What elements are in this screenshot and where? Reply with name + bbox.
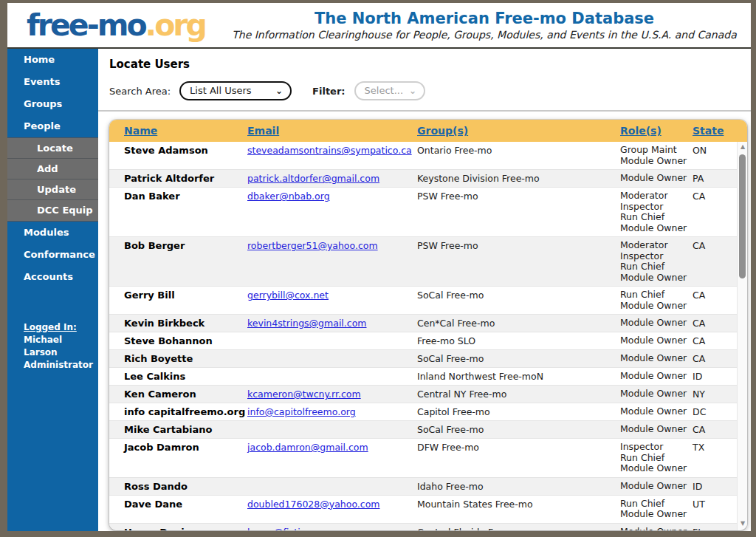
user-group: Keystone Division Free-mo [417,173,620,184]
user-state: CA [693,318,737,329]
user-email-cell: steveadamsontrains@sympatico.ca [247,145,417,166]
email-link[interactable]: robertberger51@yahoo.com [247,240,378,251]
user-roles: Module Owner [620,406,693,417]
email-link[interactable]: info@capitolfreemo.org [247,406,356,417]
users-table-card: Name Email Group(s) Role(s) State Steve … [109,120,747,530]
sidebar-item-locate[interactable]: Locate [7,138,98,159]
table-row: Ken Cameronkcameron@twcny.rr.comCentral … [109,386,737,403]
user-email-cell: kevin4strings@gmail.com [247,318,417,329]
user-email-cell: patrick.altdorfer@gmail.com [247,173,417,184]
user-roles: Module Owner [620,371,693,382]
sidebar-item-conformance[interactable]: Conformance [7,244,98,266]
user-name: Henry Danis [109,527,247,531]
user-state: PA [693,173,737,184]
email-link[interactable]: steveadamsontrains@sympatico.ca [247,145,412,156]
table-row: Gerry Billgerrybill@cox.netSoCal Free-mo… [109,287,737,315]
user-email-cell: doubled176028@yahoo.com [247,499,417,520]
user-name: Patrick Altdorfer [109,173,247,184]
user-roles: Run ChiefModule Owner [620,499,693,520]
user-roles: Module Owner [620,527,693,531]
table-row: Ross DandoIdaho Free-moModule OwnerID [109,478,737,496]
screen: { "header": { "logo_primary": "free-mo",… [0,0,756,537]
user-email-cell [247,371,417,382]
table-row: Lee CalkinsInland Northwest Free-moNModu… [109,368,737,386]
email-link[interactable]: patrick.altdorfer@gmail.com [247,173,379,184]
user-name: Bob Berger [109,240,247,283]
scroll-up-icon[interactable]: ▲ [738,142,747,152]
user-state: ID [693,481,737,492]
user-state: TX [693,442,737,474]
people-submenu: Locate Add Update DCC Equip [7,137,98,222]
user-state: CA [693,290,737,311]
table-row: Kevin Birkbeckkevin4strings@gmail.comCen… [109,315,737,332]
filter-select[interactable]: Select... ⌄ [354,81,426,100]
user-group: Cen*Cal Free-mo [417,318,620,329]
user-state: NY [693,389,737,400]
user-name: Mike Cartabiano [109,424,247,435]
user-name: info capitalfreemo.org [109,406,247,417]
user-name: Rich Boyette [109,353,247,364]
user-state: FL [693,527,737,531]
user-name: Steve Bohannon [109,335,247,346]
sidebar-item-modules[interactable]: Modules [7,222,98,244]
sidebar-item-events[interactable]: Events [7,71,98,93]
filter-value: Select... [365,85,404,96]
logged-in-label: Logged In: [24,321,98,334]
user-group: PSW Free-mo [417,240,620,283]
chevron-down-icon: ⌄ [275,86,283,95]
column-header-groups[interactable]: Group(s) [417,125,620,137]
sidebar-item-update[interactable]: Update [7,179,98,200]
user-roles: Module Owner [620,424,693,435]
user-roles: Run ChiefModule Owner [620,290,693,311]
user-email-cell: dbaker@nbab.org [247,191,417,233]
table-scrollbar[interactable]: ▲ ▼ [737,142,747,530]
user-group: Ontario Free-mo [417,145,620,166]
scroll-down-icon[interactable]: ▼ [738,519,747,529]
user-name: Ken Cameron [109,389,247,400]
user-state: ON [693,145,737,166]
sidebar-item-groups[interactable]: Groups [7,93,98,115]
email-link[interactable]: dbaker@nbab.org [247,191,330,202]
column-header-roles[interactable]: Role(s) [620,125,693,137]
email-link[interactable]: henry@fictionary.org [247,527,343,531]
browser-page: free-mo.org The North American Free-mo D… [7,3,751,531]
email-link[interactable]: gerrybill@cox.net [247,290,329,301]
sidebar-item-accounts[interactable]: Accounts [7,266,98,288]
user-email-cell: gerrybill@cox.net [247,290,417,311]
email-link[interactable]: doubled176028@yahoo.com [247,499,379,510]
user-roles: Module Owner [620,389,693,400]
user-state: CA [693,424,737,435]
page-title: Locate Users [109,58,751,71]
table-row: Bob Bergerrobertberger51@yahoo.comPSW Fr… [109,237,737,287]
user-group: Free-mo SLO [417,335,620,346]
user-email-cell [247,335,417,346]
column-header-state[interactable]: State [693,125,747,137]
sidebar-item-dcc-equip[interactable]: DCC Equip [7,200,98,221]
table-row: Steve BohannonFree-mo SLOModule OwnerCA [109,332,737,350]
logged-in-user: Michael Larson [24,334,98,359]
user-roles: Module Owner [620,353,693,364]
user-email-cell: robertberger51@yahoo.com [247,240,417,283]
column-header-email[interactable]: Email [247,125,417,137]
column-header-name[interactable]: Name [109,125,247,137]
sidebar-item-add[interactable]: Add [7,159,98,179]
user-group: SoCal Free-mo [417,424,620,435]
scrollbar-thumb[interactable] [739,154,746,278]
logo-text-suffix: .org [145,7,205,43]
user-state: CA [693,353,737,364]
table-row: Rich BoyetteSoCal Free-moModule OwnerCA [109,350,737,368]
section-divider [98,110,751,112]
email-link[interactable]: kcameron@twcny.rr.com [247,389,361,400]
table-row: Mike CartabianoSoCal Free-moModule Owner… [109,421,737,439]
user-email-cell: henry@fictionary.org [247,527,417,531]
header-titles: The North American Free-mo Database The … [225,10,751,41]
user-roles: Module Owner [620,335,693,346]
site-logo[interactable]: free-mo.org [7,10,225,41]
logo-text-primary: free-mo [27,7,145,43]
user-email-cell: jacob.damron@gmail.com [247,442,417,474]
email-link[interactable]: jacob.damron@gmail.com [247,442,368,453]
search-area-select[interactable]: List All Users ⌄ [179,81,292,100]
sidebar-item-home[interactable]: Home [7,49,98,71]
email-link[interactable]: kevin4strings@gmail.com [247,318,367,329]
sidebar-item-people[interactable]: People [7,115,98,137]
